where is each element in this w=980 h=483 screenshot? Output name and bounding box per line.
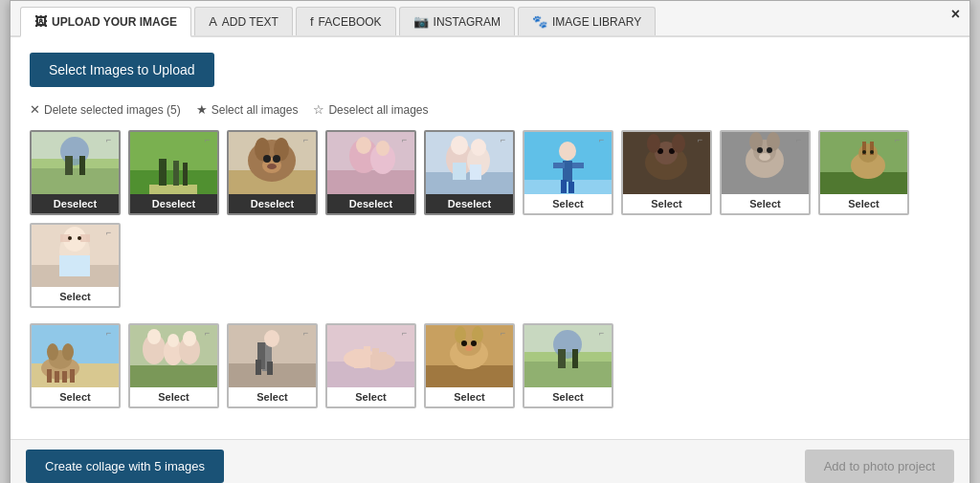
delete-icon: ✕ xyxy=(30,102,40,117)
svg-point-49 xyxy=(672,134,685,153)
upload-icon: 🖼 xyxy=(34,14,47,29)
deselect-button[interactable]: Deselect xyxy=(130,194,217,213)
select-button[interactable]: Select xyxy=(820,194,907,213)
deselect-all-label: Deselect all images xyxy=(328,103,428,117)
svg-rect-36 xyxy=(524,180,612,194)
image-card-6[interactable]: ⌐Select xyxy=(523,130,613,215)
svg-point-90 xyxy=(147,329,161,344)
image-card-8[interactable]: ⌐Select xyxy=(720,130,811,215)
svg-rect-39 xyxy=(553,163,565,168)
svg-rect-107 xyxy=(380,352,387,369)
svg-rect-9 xyxy=(159,159,167,186)
corner-pin-icon: ⌐ xyxy=(698,135,707,144)
svg-rect-8 xyxy=(149,185,197,194)
modal-footer: Create collage with 5 images Add to phot… xyxy=(11,439,969,483)
select-button[interactable]: Select xyxy=(32,287,119,306)
svg-rect-121 xyxy=(558,349,566,368)
star-icon: ★ xyxy=(196,102,208,117)
tab-upload[interactable]: 🖼 UPLOAD YOUR IMAGE xyxy=(20,7,191,37)
modal-container: × 🖼 UPLOAD YOUR IMAGE A ADD TEXT f FACEB… xyxy=(10,0,970,483)
star-outline-icon: ☆ xyxy=(313,102,324,117)
tab-facebook[interactable]: f FACEBOOK xyxy=(296,7,396,35)
svg-rect-10 xyxy=(173,161,179,186)
image-card-5[interactable]: ⌐Deselect xyxy=(424,130,515,215)
select-button[interactable]: Select xyxy=(722,194,809,213)
image-card-13[interactable]: ⌐Select xyxy=(227,323,318,408)
svg-point-26 xyxy=(376,141,390,156)
svg-point-57 xyxy=(759,153,770,161)
deselect-all-action[interactable]: ☆ Deselect all images xyxy=(313,102,428,117)
instagram-icon: 📷 xyxy=(413,14,429,29)
select-button[interactable]: Select xyxy=(32,387,119,406)
image-thumbnail-5: ⌐ xyxy=(426,132,513,194)
image-thumbnail-7: ⌐ xyxy=(623,132,710,194)
select-button[interactable]: Select xyxy=(623,194,710,213)
image-card-1[interactable]: ⌐Deselect xyxy=(30,130,121,215)
select-button[interactable]: Select xyxy=(229,387,316,406)
svg-point-64 xyxy=(862,150,866,154)
svg-point-18 xyxy=(263,155,271,163)
select-button[interactable]: Select xyxy=(327,387,414,406)
delete-selected-action[interactable]: ✕ Delete selected images (5) xyxy=(30,102,181,117)
image-card-7[interactable]: ⌐Select xyxy=(621,130,712,215)
svg-rect-99 xyxy=(267,362,273,375)
deselect-button[interactable]: Deselect xyxy=(229,194,316,213)
image-thumbnail-14: ⌐ xyxy=(327,325,414,387)
svg-rect-98 xyxy=(256,360,261,375)
image-grid-row2: ⌐Select ⌐Select ⌐Select ⌐Se xyxy=(30,323,950,408)
corner-pin-icon: ⌐ xyxy=(205,328,214,338)
svg-rect-28 xyxy=(426,172,513,194)
svg-point-37 xyxy=(559,142,576,161)
image-card-4[interactable]: ⌐Deselect xyxy=(325,130,416,215)
select-button[interactable]: Select xyxy=(524,387,612,406)
close-button[interactable]: × xyxy=(951,7,960,22)
facebook-icon: f xyxy=(310,14,314,29)
corner-pin-icon: ⌐ xyxy=(501,328,510,338)
create-collage-button[interactable]: Create collage with 5 images xyxy=(26,450,224,483)
svg-point-25 xyxy=(356,137,371,154)
svg-rect-11 xyxy=(183,163,188,186)
upload-button[interactable]: Select Images to Upload xyxy=(30,53,214,87)
svg-rect-41 xyxy=(561,180,567,193)
image-thumbnail-9: ⌐ xyxy=(820,132,907,194)
svg-point-61 xyxy=(858,143,878,163)
deselect-button[interactable]: Deselect xyxy=(426,194,513,213)
tab-instagram-label: INSTAGRAM xyxy=(434,15,501,29)
svg-rect-84 xyxy=(70,369,75,383)
add-to-project-button: Add to photo project xyxy=(805,450,954,483)
svg-rect-22 xyxy=(327,170,414,194)
select-button[interactable]: Select xyxy=(426,387,513,406)
svg-rect-81 xyxy=(47,369,52,383)
image-card-15[interactable]: ⌐Select xyxy=(424,323,515,408)
image-card-9[interactable]: ⌐Select xyxy=(818,130,909,215)
image-thumbnail-11: ⌐ xyxy=(32,325,119,387)
svg-point-79 xyxy=(47,343,58,361)
tab-addtext[interactable]: A ADD TEXT xyxy=(194,7,293,35)
svg-point-114 xyxy=(461,340,467,346)
svg-rect-82 xyxy=(55,371,59,383)
svg-point-97 xyxy=(264,330,279,347)
corner-pin-icon: ⌐ xyxy=(402,328,412,338)
tab-library[interactable]: 🐾 IMAGE LIBRARY xyxy=(518,7,656,35)
select-all-action[interactable]: ★ Select all images xyxy=(196,102,299,117)
image-card-12[interactable]: ⌐Select xyxy=(128,323,219,408)
svg-rect-5 xyxy=(79,156,85,175)
svg-rect-70 xyxy=(59,255,90,276)
tabs-bar: 🖼 UPLOAD YOUR IMAGE A ADD TEXT f FACEBOO… xyxy=(11,1,969,37)
svg-rect-105 xyxy=(364,346,370,367)
corner-pin-icon: ⌐ xyxy=(303,328,313,338)
image-card-16[interactable]: ⌐Select xyxy=(523,323,613,408)
tab-instagram[interactable]: 📷 INSTAGRAM xyxy=(399,7,515,35)
image-card-14[interactable]: ⌐Select xyxy=(325,323,416,408)
image-card-3[interactable]: ⌐Deselect xyxy=(227,130,318,215)
image-card-2[interactable]: ⌐Deselect xyxy=(128,130,219,215)
deselect-button[interactable]: Deselect xyxy=(327,194,414,213)
deselect-button[interactable]: Deselect xyxy=(32,194,119,213)
content-area: Select Images to Upload ✕ Delete selecte… xyxy=(11,37,969,439)
image-card-11[interactable]: ⌐Select xyxy=(30,323,121,408)
corner-pin-icon: ⌐ xyxy=(796,135,806,144)
select-button[interactable]: Select xyxy=(130,387,217,406)
svg-point-65 xyxy=(870,150,874,154)
select-button[interactable]: Select xyxy=(524,194,612,213)
image-card-10[interactable]: ⌐Select xyxy=(30,223,121,308)
